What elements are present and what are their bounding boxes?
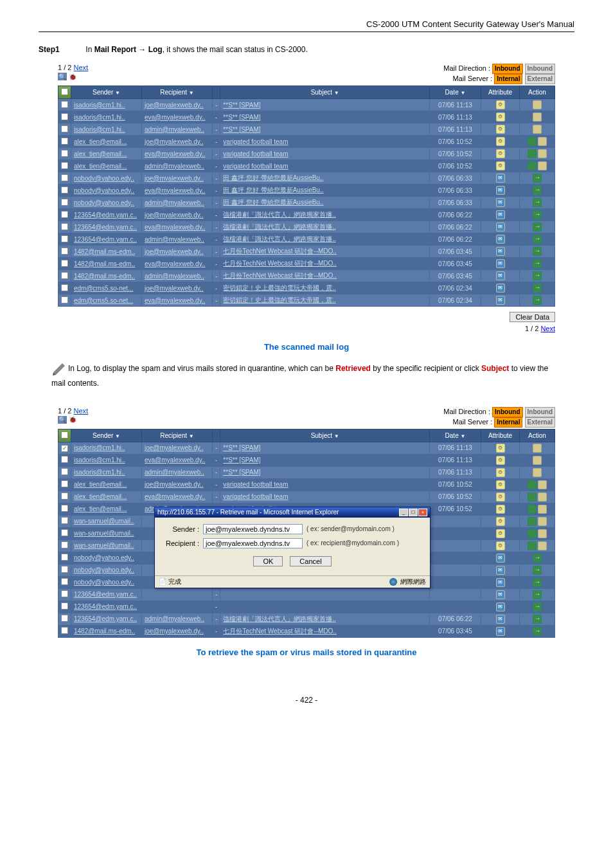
- recipient-link[interactable]: joe@myalexweb.dy..: [145, 248, 204, 255]
- sender-link[interactable]: 123654@edm.yam.c..: [74, 603, 137, 610]
- recipient-link[interactable]: joe@myalexweb.dy..: [145, 102, 204, 109]
- sender-link[interactable]: isadoris@cm1.hi..: [74, 102, 125, 109]
- recipient-link[interactable]: admin@myalexweb..: [145, 615, 204, 622]
- row-checkbox[interactable]: [61, 235, 68, 242]
- sender-link[interactable]: alex_tien@email...: [74, 138, 127, 145]
- recipient-link[interactable]: joe@myalexweb.dy..: [145, 444, 204, 451]
- sender-link[interactable]: 1482@mail.ms-edm..: [74, 628, 135, 635]
- row-checkbox[interactable]: [61, 284, 68, 291]
- recipient-link[interactable]: eva@myalexweb.dy..: [145, 493, 205, 500]
- th-subject-2[interactable]: Subject ▼: [220, 429, 430, 442]
- delete-icon[interactable]: [538, 529, 547, 538]
- th-recipient[interactable]: Recipient ▼: [142, 86, 213, 99]
- row-checkbox[interactable]: [61, 590, 68, 597]
- recipient-link[interactable]: joe@myalexweb.dy..: [145, 481, 204, 488]
- row-checkbox[interactable]: [61, 602, 68, 610]
- sender-link[interactable]: 1482@mail.ms-edm..: [74, 260, 135, 267]
- deliver-icon[interactable]: [533, 271, 542, 280]
- delete-icon[interactable]: [538, 149, 547, 158]
- deliver-icon[interactable]: [533, 259, 542, 268]
- subject-link[interactable]: **S** [SPAM]: [223, 469, 260, 476]
- delete-icon[interactable]: [538, 137, 547, 146]
- retrieve-icon[interactable]: [528, 149, 537, 158]
- th-recipient-2[interactable]: Recipient ▼: [142, 429, 213, 442]
- external-badge-2[interactable]: External: [525, 417, 555, 428]
- row-checkbox[interactable]: [61, 248, 68, 255]
- row-checkbox[interactable]: [61, 615, 68, 622]
- th-sender-2[interactable]: Sender ▼: [71, 429, 142, 442]
- sender-link[interactable]: nobody@yahoo.edy..: [74, 199, 134, 206]
- sender-link[interactable]: nobody@yahoo.edy..: [74, 554, 134, 561]
- recipient-link[interactable]: eva@myalexweb.dy..: [145, 187, 205, 194]
- row-checkbox[interactable]: [61, 199, 68, 206]
- th-subject[interactable]: Subject ▼: [220, 86, 430, 99]
- row-checkbox[interactable]: [61, 138, 68, 145]
- sender-link[interactable]: alex_tien@email...: [74, 150, 127, 158]
- recipient-link[interactable]: eva@myalexweb.dy..: [145, 457, 205, 464]
- retrieve-icon[interactable]: [528, 541, 537, 550]
- th-checkall-2[interactable]: [58, 429, 71, 442]
- deliver-icon[interactable]: [533, 284, 542, 293]
- subject-link[interactable]: 強檔港劇「識法代言人」網路獨家首播..: [223, 211, 336, 218]
- deliver-icon[interactable]: [533, 186, 542, 195]
- deliver-icon[interactable]: [533, 554, 542, 563]
- row-checkbox[interactable]: [61, 296, 68, 303]
- subject-link[interactable]: varigated football team: [223, 138, 288, 145]
- delete-icon[interactable]: [538, 161, 547, 170]
- subject-link[interactable]: 田 鑫坪 您好 帶給您最新AussieBu..: [223, 186, 323, 194]
- subject-link[interactable]: varigated football team: [223, 493, 288, 500]
- subject-link[interactable]: **S** [SPAM]: [223, 102, 260, 109]
- delete-icon[interactable]: [533, 100, 542, 109]
- next-link-bottom[interactable]: Next: [540, 325, 555, 332]
- sender-link[interactable]: 123654@edm.yam.c..: [74, 591, 137, 598]
- recipient-link[interactable]: eva@myalexweb.dy..: [145, 150, 205, 158]
- sender-link[interactable]: nobody@yahoo.edy..: [74, 175, 134, 182]
- delete-icon[interactable]: [538, 480, 547, 489]
- row-checkbox[interactable]: [61, 541, 68, 548]
- recipient-link[interactable]: eva@myalexweb.dy..: [145, 114, 205, 121]
- sender-link[interactable]: edm@cms5.so-net...: [74, 285, 133, 292]
- sender-link[interactable]: nobody@yahoo.edy..: [74, 579, 134, 586]
- recipient-link[interactable]: joe@myalexweb.dy..: [145, 212, 204, 219]
- deliver-icon[interactable]: [533, 296, 542, 305]
- subject-link[interactable]: varigated football team: [223, 481, 288, 488]
- subject-link[interactable]: 強檔港劇「識法代言人」網路獨家首播..: [223, 615, 336, 622]
- th-date-2[interactable]: Date ▼: [430, 429, 481, 442]
- recipient-link[interactable]: joe@myalexweb.dy..: [145, 175, 204, 182]
- popup-cancel-button[interactable]: Cancel: [290, 556, 331, 566]
- subject-link[interactable]: 密切鎖定！史上最強的電玩大帝國，震..: [223, 284, 336, 291]
- delete-icon[interactable]: [533, 456, 542, 465]
- deliver-icon[interactable]: [533, 174, 542, 183]
- sender-link[interactable]: 123654@edm.yam.c..: [74, 224, 137, 231]
- delete-icon[interactable]: [533, 125, 542, 134]
- sender-link[interactable]: edm@cms5.so-net...: [74, 297, 133, 304]
- row-checkbox[interactable]: [61, 260, 68, 267]
- subject-link[interactable]: 七月份TechNet Webcast 研討會--MDO..: [223, 628, 337, 635]
- subject-link[interactable]: 強檔港劇「識法代言人」網路獨家首播..: [223, 223, 336, 230]
- row-checkbox[interactable]: [61, 272, 68, 279]
- popup-sender-input[interactable]: [203, 524, 303, 534]
- sender-link[interactable]: alex_tien@email...: [74, 481, 127, 488]
- deliver-icon[interactable]: [533, 566, 542, 575]
- row-checkbox[interactable]: [61, 627, 68, 634]
- row-checkbox[interactable]: [61, 211, 68, 218]
- row-checkbox[interactable]: [61, 186, 68, 194]
- sender-link[interactable]: alex_tien@email...: [74, 163, 127, 170]
- deliver-icon[interactable]: [533, 578, 542, 587]
- sender-link[interactable]: isadoris@cm1.hi..: [74, 457, 125, 464]
- deliver-icon[interactable]: [533, 235, 542, 244]
- delete-icon[interactable]: [538, 505, 547, 514]
- th-date[interactable]: Date ▼: [430, 86, 481, 99]
- row-checkbox[interactable]: [61, 480, 68, 487]
- recipient-link[interactable]: joe@myalexweb.dy..: [145, 628, 204, 635]
- minimize-button[interactable]: _: [399, 509, 408, 516]
- recipient-link[interactable]: eva@myalexweb.dy..: [145, 260, 205, 267]
- th-sender[interactable]: Sender ▼: [71, 86, 142, 99]
- recipient-link[interactable]: admin@myalexweb..: [145, 469, 204, 476]
- delete-icon[interactable]: [533, 468, 542, 477]
- deliver-icon[interactable]: [533, 602, 542, 611]
- virus-filter-icon[interactable]: 🐞: [68, 73, 77, 80]
- sender-link[interactable]: alex_tien@email...: [74, 493, 127, 500]
- sender-link[interactable]: nobody@yahoo.edy..: [74, 187, 134, 194]
- row-checkbox[interactable]: [61, 505, 68, 512]
